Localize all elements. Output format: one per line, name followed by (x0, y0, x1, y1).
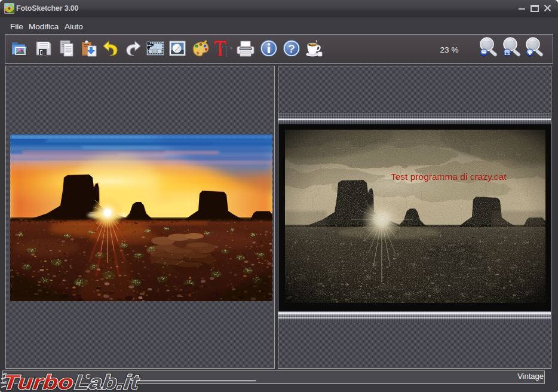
svg-text:?: ? (288, 42, 295, 55)
svg-text:1:1: 1:1 (504, 51, 510, 56)
